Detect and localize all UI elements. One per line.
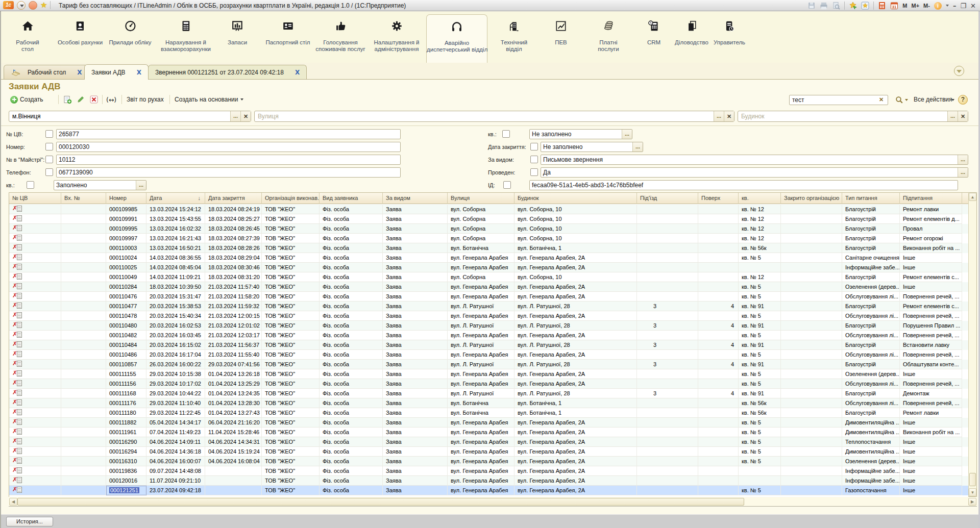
building-field[interactable]: Будинок ... ✕ xyxy=(738,111,968,122)
memory-m-button[interactable]: M xyxy=(902,3,907,9)
filter-picker-right-3[interactable]: ... xyxy=(958,168,968,177)
search-icon[interactable] xyxy=(895,96,903,104)
vertical-scrollbar[interactable]: ▲ ▼ xyxy=(968,193,976,496)
history-button[interactable]: История... xyxy=(6,517,53,526)
nav-circle-button[interactable] xyxy=(29,1,37,10)
filter-checkbox-right-3[interactable] xyxy=(530,168,538,176)
filter-checkbox-left-2[interactable] xyxy=(45,156,53,163)
search-clear-icon[interactable]: ✕ xyxy=(879,96,884,103)
ribbon-item-coins[interactable]: Платніпослуги xyxy=(598,14,619,63)
table-row[interactable]: ✗00011196107.04.2024 11:49:2311.04.2024 … xyxy=(9,428,968,437)
minimize-button[interactable]: – xyxy=(953,2,957,10)
help-button[interactable]: ? xyxy=(958,95,968,105)
filter-checkbox-right-2[interactable] xyxy=(530,156,538,163)
calculator-icon[interactable] xyxy=(878,2,886,10)
tab-requests-adv[interactable]: Заявки АДВ X xyxy=(84,64,149,80)
ribbon-item-calculator[interactable]: Нарахування йвзаєморозрахунки xyxy=(161,14,211,63)
column-header-5[interactable]: Організація виконав... xyxy=(262,193,320,204)
table-row[interactable]: ✗00011047720.03.2024 15:38:5321.03.2024 … xyxy=(9,301,968,311)
table-row[interactable]: ✗00011048420.03.2024 16:15:0221.03.2024 … xyxy=(9,340,968,350)
horizontal-scrollbar[interactable]: ◀ ▶ xyxy=(9,497,977,507)
edit-button[interactable] xyxy=(77,94,85,105)
filter-input-left-1[interactable]: 000120030 xyxy=(56,142,401,152)
calendar-icon[interactable]: 31 xyxy=(890,2,898,10)
street-clear-button[interactable]: ✕ xyxy=(724,111,734,121)
street-field[interactable]: Вулиця ... ✕ xyxy=(254,111,734,122)
table-row[interactable]: ✗00010998513.03.2024 15:24:1218.03.2024 … xyxy=(9,205,968,214)
info-icon[interactable]: i xyxy=(934,2,942,10)
restore-button[interactable]: ❐ xyxy=(960,2,966,10)
ribbon-item-gauge[interactable]: Прилади обліку xyxy=(109,14,151,63)
filter-input-right-0[interactable]: Не заполнено... xyxy=(529,129,632,139)
search-options-caret-icon[interactable] xyxy=(905,99,908,101)
print-icon[interactable] xyxy=(820,2,828,10)
table-row[interactable]: ✗00011028418.03.2024 10:39:5021.03.2024 … xyxy=(9,282,968,292)
report-button[interactable]: Звіт по рухах xyxy=(127,94,164,105)
ribbon-item-calc-clock[interactable]: CRM xyxy=(647,14,660,63)
filter-picker-left-4[interactable]: ... xyxy=(136,181,146,190)
table-row[interactable]: ✗00011115529.03.2024 10:15:3801.04.2024 … xyxy=(9,369,968,379)
filter-checkbox-left-1[interactable] xyxy=(45,143,53,150)
city-clear-button[interactable]: ✕ xyxy=(240,111,251,121)
building-clear-button[interactable]: ✕ xyxy=(958,111,968,121)
filter-input-right-3[interactable]: Да... xyxy=(541,167,968,178)
menu-dropdown-button[interactable] xyxy=(17,1,26,10)
memory-mplus-button[interactable]: M+ xyxy=(912,3,920,9)
ribbon-item-id-card[interactable]: Паспортний стіл xyxy=(265,14,310,63)
filter-picker-right-1[interactable]: ... xyxy=(632,142,643,152)
delete-button[interactable] xyxy=(90,94,98,105)
table-row[interactable]: ✗00011116829.03.2024 10:44:2201.04.2024 … xyxy=(9,389,968,398)
favorites-star-icon[interactable]: ★ xyxy=(40,1,47,10)
table-row[interactable]: ✗00011048020.03.2024 16:02:5321.03.2024 … xyxy=(9,321,968,331)
horizontal-scroll-thumb[interactable] xyxy=(17,498,744,506)
filter-input-left-2[interactable]: 10112 xyxy=(56,155,401,165)
vertical-scroll-thumb[interactable] xyxy=(969,473,976,486)
table-row[interactable]: ✗00011117629.03.2024 11:10:4001.04.2024 … xyxy=(9,398,968,408)
column-header-9[interactable]: Будинок xyxy=(514,193,637,204)
filter-input-right-4[interactable]: fecaa09e-51a1-4eb5-abd3-14c76b5bfeef xyxy=(529,180,958,190)
star-arrow-icon[interactable] xyxy=(849,2,857,10)
column-header-0[interactable]: № ЦВ xyxy=(9,193,61,204)
column-header-4[interactable]: Дата закриття xyxy=(205,193,262,204)
ribbon-item-stock-board[interactable]: Запаси xyxy=(228,14,247,63)
table-row[interactable]: ✗00010999113.03.2024 15:43:5518.03.2024 … xyxy=(9,214,968,224)
table-row[interactable]: ✗00010999513.03.2024 16:02:3218.03.2024 … xyxy=(9,224,968,234)
column-header-6[interactable]: Вид заявника xyxy=(320,193,383,204)
column-header-1[interactable]: Вх. № xyxy=(61,193,106,204)
table-row[interactable]: ✗00011115629.03.2024 10:17:0201.04.2024 … xyxy=(9,379,968,389)
filter-checkbox-left-3[interactable] xyxy=(45,168,53,176)
save-icon[interactable] xyxy=(807,2,816,10)
table-row[interactable]: ✗00012125123.07.2024 09:42:18ТОВ "ЖЕО"Фі… xyxy=(9,486,968,495)
create-based-button[interactable]: Создать на основании xyxy=(175,94,243,105)
column-header-13[interactable]: Закрито організацією xyxy=(781,193,842,204)
filter-picker-right-0[interactable]: ... xyxy=(622,130,632,139)
column-header-3[interactable]: Дата↓ xyxy=(146,193,205,204)
table-row[interactable]: ✗00011000313.03.2024 16:50:2118.03.2024 … xyxy=(9,243,968,253)
ribbon-item-person-clock[interactable]: Управитель xyxy=(714,14,745,63)
filter-checkbox-right-0[interactable] xyxy=(502,130,510,138)
table-row[interactable]: ✗00010999713.03.2024 16:21:4318.03.2024 … xyxy=(9,234,968,243)
filter-checkbox-right-4[interactable] xyxy=(503,181,511,189)
city-picker-button[interactable]: ... xyxy=(230,111,240,121)
column-header-12[interactable]: кв. xyxy=(739,193,781,204)
tab-requests-close-icon[interactable]: X xyxy=(137,69,141,76)
filter-input-left-4[interactable]: Заполнено... xyxy=(54,180,146,190)
filter-input-left-0[interactable]: 265877 xyxy=(56,129,401,139)
close-button[interactable]: ✕ xyxy=(970,2,976,10)
column-header-7[interactable]: За видом xyxy=(383,193,448,204)
ribbon-item-documents[interactable]: Діловодство xyxy=(675,14,708,63)
table-row[interactable]: ✗00011004914.03.2024 11:09:2118.03.2024 … xyxy=(9,272,968,282)
tab-list-dropdown-button[interactable] xyxy=(954,66,964,76)
table-row[interactable]: ✗00011047620.03.2024 15:31:4721.03.2024 … xyxy=(9,292,968,301)
table-row[interactable]: ✗00011118029.03.2024 11:22:4501.04.2024 … xyxy=(9,408,968,418)
ribbon-item-home[interactable]: Рабочийстол xyxy=(16,14,39,63)
tab-appeal[interactable]: Звернення 000121251 от 23.07.2024 09:42:… xyxy=(148,65,307,79)
table-row[interactable]: ✗00011085726.03.2024 16:00:2229.03.2024 … xyxy=(9,360,968,369)
filter-checkbox-left-0[interactable] xyxy=(45,130,53,138)
table-row[interactable]: ✗00011048220.03.2024 16:03:4521.03.2024 … xyxy=(9,331,968,340)
tab-appeal-close-icon[interactable]: X xyxy=(295,69,300,76)
tab-desktop[interactable]: Рабочий стол X xyxy=(4,65,89,79)
filter-checkbox-left-4[interactable] xyxy=(27,181,34,189)
star-box-icon[interactable] xyxy=(861,2,869,10)
column-header-8[interactable]: Вулиця xyxy=(448,193,514,204)
